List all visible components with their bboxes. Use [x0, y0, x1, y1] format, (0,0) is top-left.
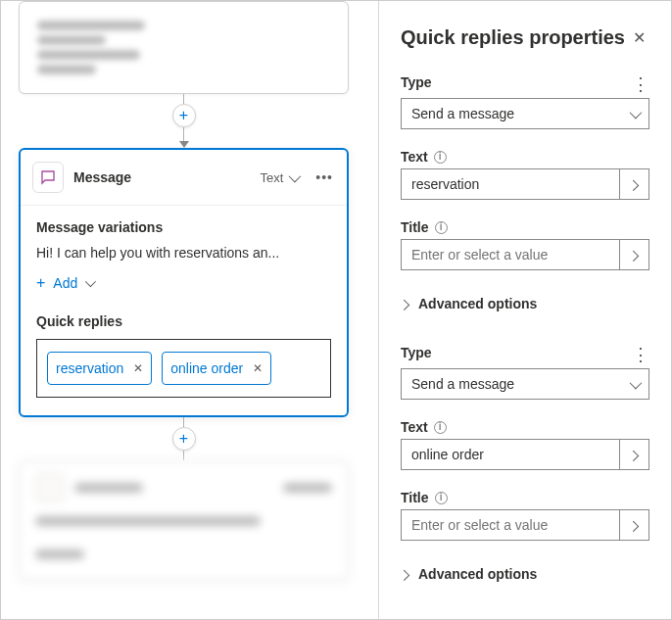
message-node-title: Message: [73, 169, 250, 185]
chevron-right-icon: [631, 451, 639, 458]
quick-replies-container[interactable]: reservation ✕ online order ✕: [36, 339, 331, 398]
chevron-right-icon: [631, 251, 639, 259]
add-node-button-top[interactable]: +: [172, 104, 196, 127]
chevron-down-icon: [630, 380, 639, 389]
advanced-options-toggle[interactable]: Advanced options: [401, 290, 649, 317]
text-picker-button[interactable]: [619, 169, 648, 199]
chip-label: online order: [170, 360, 243, 376]
type-select[interactable]: Send a message: [401, 368, 649, 400]
title-label: Title: [401, 490, 429, 505]
type-label: Type: [401, 74, 432, 90]
advanced-options-label: Advanced options: [418, 296, 537, 311]
message-icon: [32, 162, 64, 193]
reply-item-more-menu[interactable]: ⋮: [632, 346, 649, 363]
advanced-options-label: Advanced options: [418, 566, 537, 582]
info-icon[interactable]: i: [434, 151, 447, 164]
plus-icon: +: [36, 274, 45, 292]
chevron-right-icon: [402, 570, 409, 578]
quick-reply-chip[interactable]: online order ✕: [162, 352, 271, 385]
message-variations-header: Message variations: [36, 219, 331, 235]
chevron-down-icon: [289, 173, 298, 182]
arrow-down-icon: [179, 141, 189, 148]
connector-top: +: [19, 94, 349, 148]
message-node-more-menu[interactable]: •••: [315, 169, 333, 185]
title-input[interactable]: [402, 510, 619, 540]
remove-chip-icon[interactable]: ✕: [253, 361, 263, 375]
blurred-node-top: [19, 1, 349, 94]
chevron-right-icon: [631, 180, 639, 188]
panel-title: Quick replies properties: [401, 26, 625, 49]
flow-canvas: + Message Text ••• Message variations Hi…: [1, 1, 379, 619]
text-input[interactable]: [402, 440, 619, 469]
title-input-row: [401, 509, 649, 541]
chevron-down-icon: [630, 110, 639, 119]
chevron-right-icon: [402, 300, 409, 308]
title-picker-button[interactable]: [619, 510, 648, 540]
text-input[interactable]: [402, 169, 619, 199]
close-panel-button[interactable]: ✕: [629, 24, 649, 51]
add-variation-button[interactable]: + Add: [36, 274, 331, 292]
title-picker-button[interactable]: [619, 240, 648, 269]
title-input-row: [401, 239, 649, 270]
text-input-row: [401, 168, 649, 200]
chevron-down-icon: [85, 279, 93, 287]
info-icon[interactable]: i: [434, 421, 447, 434]
info-icon[interactable]: i: [435, 492, 448, 504]
connector-bottom: +: [19, 417, 349, 460]
message-mode-label: Text: [260, 170, 283, 185]
text-label: Text: [401, 149, 428, 165]
type-select[interactable]: Send a message: [401, 98, 649, 129]
type-label: Type: [401, 345, 432, 360]
chevron-right-icon: [631, 521, 639, 529]
quick-replies-header: Quick replies: [36, 313, 331, 329]
add-variation-label: Add: [53, 275, 77, 291]
text-input-row: [401, 439, 649, 470]
quick-reply-chip[interactable]: reservation ✕: [47, 352, 152, 385]
add-quick-reply-button[interactable]: + Add: [401, 615, 649, 619]
message-node-header: Message Text •••: [21, 150, 347, 206]
title-label: Title: [401, 219, 429, 235]
text-picker-button[interactable]: [619, 440, 648, 469]
reply-item-more-menu[interactable]: ⋮: [632, 75, 649, 93]
advanced-options-toggle[interactable]: Advanced options: [401, 560, 649, 588]
message-mode-selector[interactable]: Text: [260, 170, 298, 185]
chip-label: reservation: [56, 360, 123, 376]
message-variation-text[interactable]: Hi! I can help you with reservations an.…: [36, 245, 331, 261]
type-select-value: Send a message: [402, 369, 619, 399]
title-input[interactable]: [402, 240, 619, 269]
properties-panel: Quick replies properties ✕ Type ⋮ Send a…: [379, 1, 671, 619]
remove-chip-icon[interactable]: ✕: [133, 361, 143, 375]
blurred-node-bottom: [19, 460, 349, 581]
type-select-value: Send a message: [402, 99, 619, 128]
text-label: Text: [401, 419, 428, 435]
add-node-button-bottom[interactable]: +: [172, 427, 196, 451]
message-node-card[interactable]: Message Text ••• Message variations Hi! …: [19, 148, 349, 417]
info-icon[interactable]: i: [435, 221, 448, 234]
